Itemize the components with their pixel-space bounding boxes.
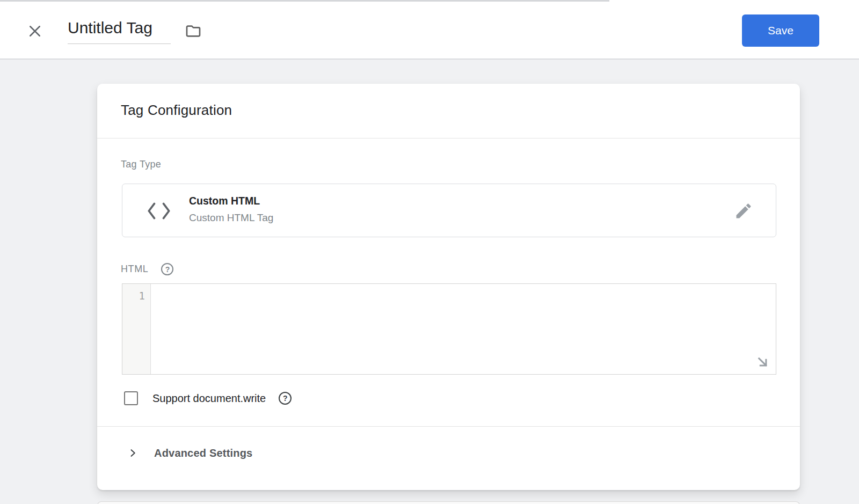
edit-tag-type-button[interactable]: [733, 200, 754, 222]
tag-type-label: Tag Type: [121, 159, 161, 170]
resize-arrow-icon: [754, 354, 770, 370]
close-button[interactable]: [25, 21, 45, 41]
close-icon: [27, 23, 43, 39]
folder-icon: [185, 23, 202, 40]
support-document-write-label: Support document.write: [152, 392, 266, 405]
tag-name-input[interactable]: [68, 18, 171, 44]
header-bar: Save: [0, 0, 859, 60]
card-title: Tag Configuration: [121, 102, 232, 119]
save-button[interactable]: Save: [742, 14, 819, 47]
html-help-icon[interactable]: ?: [161, 263, 173, 275]
code-input-area[interactable]: [151, 284, 776, 374]
html-label: HTML: [121, 264, 148, 275]
advanced-settings-label: Advanced Settings: [154, 447, 252, 459]
top-edge-strip: [0, 0, 609, 2]
tag-editor-screen: Save Tag Configuration Tag Type Custom H…: [0, 0, 859, 504]
line-number: 1: [139, 290, 145, 302]
tag-type-name: Custom HTML: [189, 195, 260, 207]
pencil-icon: [734, 201, 753, 221]
divider: [97, 426, 800, 427]
editor-gutter: 1: [122, 284, 151, 374]
tag-type-selector[interactable]: Custom HTML Custom HTML Tag: [122, 184, 776, 237]
support-document-write-row: Support document.write ?: [124, 391, 292, 405]
document-write-help-icon[interactable]: ?: [279, 392, 292, 405]
next-panel-edge: [97, 501, 800, 504]
editor-resize-handle[interactable]: [754, 354, 770, 370]
code-icon: [146, 202, 172, 220]
html-code-editor: 1: [122, 283, 776, 375]
chevron-right-icon: [127, 448, 138, 458]
divider: [97, 138, 800, 138]
tag-configuration-card: Tag Configuration Tag Type Custom HTML C…: [97, 84, 800, 490]
move-to-folder-button[interactable]: [184, 21, 203, 41]
html-field-header: HTML ?: [121, 263, 173, 275]
tag-type-description: Custom HTML Tag: [189, 212, 273, 224]
advanced-settings-toggle[interactable]: Advanced Settings: [127, 442, 252, 464]
support-document-write-checkbox[interactable]: [124, 391, 138, 405]
